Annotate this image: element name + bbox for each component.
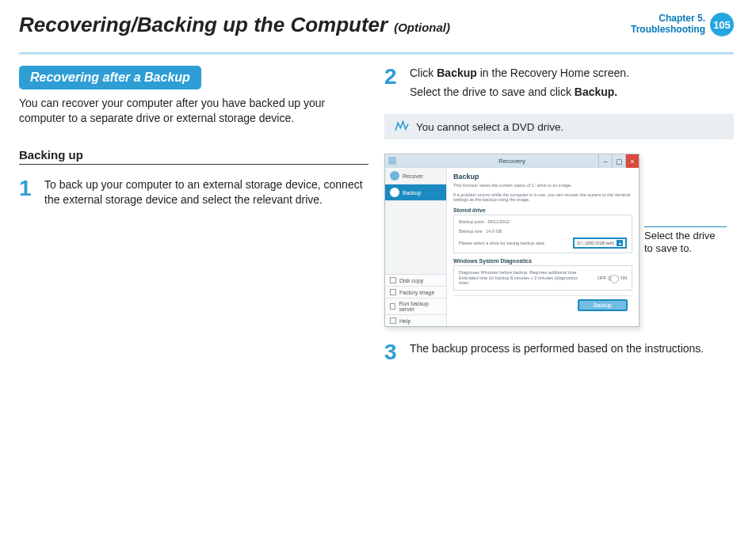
app-icon xyxy=(388,157,396,165)
disk-copy-icon xyxy=(390,277,396,283)
sidebar-label-run-backup: Run backup server xyxy=(399,301,441,312)
sidebar-label-disk-copy: Disk copy xyxy=(399,278,423,283)
drive-select-value: D:\ (200.0GB left) xyxy=(577,241,614,245)
step-number-2: 2 xyxy=(384,66,402,103)
chapter-line1: Chapter 5. xyxy=(631,13,705,25)
sidebar-item-run-backup[interactable]: Run backup server xyxy=(385,298,446,314)
stored-drive-label: Stored drive xyxy=(453,207,632,213)
panel-desc2: If a problem occurs while the computer i… xyxy=(453,192,632,203)
sidebar-label-factory: Factory image xyxy=(399,290,434,295)
diagnostics-heading: Windows System Diagnostics xyxy=(453,258,632,264)
backup-point: Backup point : 09/11/2012 xyxy=(459,219,627,225)
toggle-on-label: ON xyxy=(620,276,627,280)
sidebar-item-backup[interactable]: Backup xyxy=(385,184,446,201)
run-backup-icon xyxy=(390,303,395,310)
page-title-block: Recovering/Backing up the Computer (Opti… xyxy=(19,13,450,37)
step2-line2-bold: Backup. xyxy=(575,86,617,98)
section-intro: You can recover your computer after you … xyxy=(19,96,368,126)
step-2-text: Click Backup in the Recovery Home screen… xyxy=(410,66,629,103)
maximize-button[interactable]: ▢ xyxy=(612,154,625,168)
note-icon xyxy=(394,120,410,133)
callout-text: Select the drive to save to. xyxy=(644,230,716,254)
recover-icon xyxy=(390,171,399,181)
step-3-text: The backup process is performed based on… xyxy=(410,341,704,363)
step2-part-b: in the Recovery Home screen. xyxy=(477,67,629,79)
backup-icon xyxy=(390,188,399,197)
step-1-text: To back up your computer to an external … xyxy=(44,177,368,208)
toggle-switch-icon xyxy=(608,276,619,281)
sidebar-item-disk-copy[interactable]: Disk copy xyxy=(385,274,446,286)
sidebar-item-recover[interactable]: Recover xyxy=(385,168,446,184)
header-divider xyxy=(19,52,734,55)
panel-desc1: This function saves the current status o… xyxy=(453,183,632,188)
diagnostics-toggle[interactable]: OFF ON xyxy=(598,276,627,281)
diagnostics-desc: Diagnoses Windows before backup. Require… xyxy=(459,270,578,286)
step2-part-a: Click xyxy=(410,67,437,79)
page-subtitle: (Optional) xyxy=(394,21,450,34)
step2-line2-a: Select the drive to save and click xyxy=(410,86,575,98)
toggle-off-label: OFF xyxy=(598,276,606,280)
app-title: Recovery xyxy=(498,158,525,165)
sidebar-label-recover: Recover xyxy=(403,173,423,179)
note-text: You cannot select a DVD drive. xyxy=(416,121,563,133)
panel-title: Backup xyxy=(453,173,632,181)
app-titlebar: Recovery – ▢ × xyxy=(385,154,639,168)
figure-callout: Select the drive to save to. xyxy=(644,154,727,256)
chapter-line2: Troubleshooting xyxy=(631,25,705,36)
page-number-badge: 105 xyxy=(710,13,734,36)
help-icon xyxy=(390,317,396,324)
minimize-button[interactable]: – xyxy=(598,154,612,168)
select-drive-prompt: Please select a drive for saving backup … xyxy=(459,241,545,246)
sidebar-item-factory-image[interactable]: Factory image xyxy=(385,286,446,298)
backup-size: Backup size : 14.0 GB xyxy=(459,229,627,234)
step-number-3: 3 xyxy=(384,341,402,363)
drive-select-dropdown[interactable]: D:\ (200.0GB left) ▾ xyxy=(573,238,627,249)
callout-leader-line xyxy=(644,226,727,227)
step-number-1: 1 xyxy=(19,177,36,208)
sidebar-label-help: Help xyxy=(399,318,410,324)
sidebar-item-help[interactable]: Help xyxy=(385,314,446,326)
recovery-app-window: Recovery – ▢ × Recover Backup xyxy=(384,154,640,327)
step2-bold-backup: Backup xyxy=(437,67,477,79)
chevron-down-icon: ▾ xyxy=(617,240,623,246)
close-button[interactable]: × xyxy=(625,154,639,168)
factory-image-icon xyxy=(390,289,396,295)
chapter-block: Chapter 5. Troubleshooting 105 xyxy=(631,13,734,36)
subhead-backing-up: Backing up xyxy=(19,148,368,165)
backup-button[interactable]: Backup xyxy=(578,299,628,311)
section-heading: Recovering after a Backup xyxy=(19,66,201,89)
page-title: Recovering/Backing up the Computer xyxy=(19,13,388,37)
sidebar-label-backup: Backup xyxy=(403,190,421,196)
note-box: You cannot select a DVD drive. xyxy=(384,114,734,139)
